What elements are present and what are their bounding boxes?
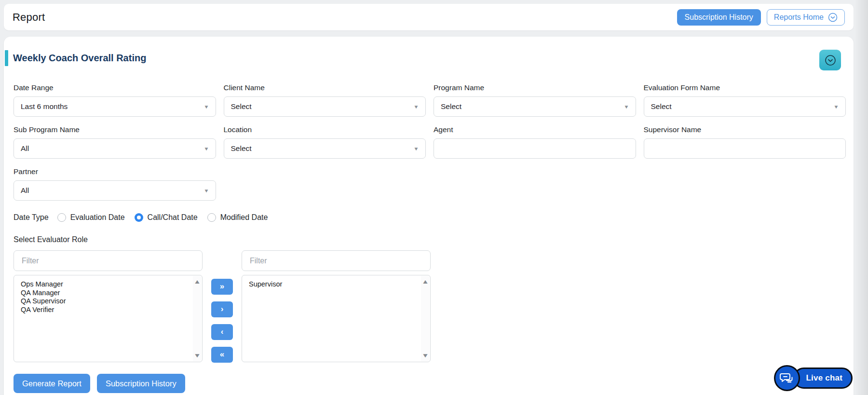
list-item-qa-supervisor[interactable]: QA Supervisor bbox=[21, 297, 190, 306]
collapse-panel-button[interactable] bbox=[819, 50, 841, 70]
caret-down-icon: ▼ bbox=[203, 146, 209, 151]
live-chat-button[interactable]: Live chat bbox=[774, 366, 853, 390]
chat-bubble-icon bbox=[774, 365, 800, 391]
caret-down-icon: ▼ bbox=[624, 104, 629, 109]
radio-label-call-chat-date: Call/Chat Date bbox=[148, 213, 198, 222]
field-location: LocationSelect▼ bbox=[224, 125, 426, 159]
list-item-ops-manager[interactable]: Ops Manager bbox=[21, 280, 190, 289]
listbox-scrollbar[interactable]: ▲▼ bbox=[421, 276, 430, 361]
scroll-up-icon[interactable]: ▲ bbox=[421, 279, 429, 285]
radio-option-modified-date[interactable]: Modified Date bbox=[207, 213, 268, 222]
scroll-up-icon[interactable]: ▲ bbox=[193, 279, 201, 285]
list-item-qa-verifier[interactable]: QA Verifier bbox=[21, 306, 190, 314]
field-agent: Agent bbox=[434, 125, 636, 159]
field-label-partner: Partner bbox=[14, 167, 216, 176]
field-program-name: Program NameSelect▼ bbox=[434, 83, 636, 117]
select-value-program-name: Select bbox=[441, 102, 461, 111]
caret-down-icon: ▼ bbox=[203, 104, 209, 109]
field-supervisor-name: Supervisor Name bbox=[644, 125, 846, 159]
header-actions: Subscription History Reports Home bbox=[677, 9, 845, 26]
list-item-supervisor[interactable]: Supervisor bbox=[249, 280, 418, 289]
move-all-right-button[interactable]: » bbox=[211, 279, 233, 295]
radio-option-evaluation-date[interactable]: Evaluation Date bbox=[57, 213, 125, 222]
input-agent[interactable] bbox=[434, 138, 636, 159]
listbox-scrollbar[interactable]: ▲▼ bbox=[193, 276, 202, 361]
chevron-down-circle-icon bbox=[828, 13, 838, 22]
field-label-program-name: Program Name bbox=[434, 83, 636, 92]
select-value-date-range: Last 6 months bbox=[21, 102, 68, 111]
radio-label-modified-date: Modified Date bbox=[220, 213, 268, 222]
select-date-range[interactable]: Last 6 months▼ bbox=[14, 96, 216, 117]
field-sub-program-name: Sub Program NameAll▼ bbox=[14, 125, 216, 159]
evaluator-role-label: Select Evaluator Role bbox=[14, 235, 843, 244]
filter-grid: Date RangeLast 6 months▼Client NameSelec… bbox=[14, 83, 846, 201]
radio-call-chat-date-checked[interactable] bbox=[135, 213, 143, 222]
panel-title-row: Weekly Coach Overall Rating bbox=[4, 50, 843, 66]
transfer-buttons: »›‹« bbox=[211, 279, 233, 363]
field-label-sub-program-name: Sub Program Name bbox=[14, 125, 216, 134]
field-label-date-range: Date Range bbox=[14, 83, 216, 92]
scroll-down-icon[interactable]: ▼ bbox=[421, 353, 429, 358]
input-supervisor-name[interactable] bbox=[644, 138, 846, 159]
live-chat-label: Live chat bbox=[806, 373, 843, 383]
caret-down-icon: ▼ bbox=[413, 104, 419, 109]
panel-title: Weekly Coach Overall Rating bbox=[13, 53, 146, 64]
caret-down-icon: ▼ bbox=[203, 188, 209, 193]
select-location[interactable]: Select▼ bbox=[224, 138, 426, 159]
selected-roles-column: Supervisor▲▼ bbox=[242, 250, 431, 362]
selected-roles-list[interactable]: Supervisor▲▼ bbox=[242, 275, 431, 362]
radio-label-evaluation-date: Evaluation Date bbox=[70, 213, 125, 222]
field-label-agent: Agent bbox=[434, 125, 636, 134]
select-value-sub-program-name: All bbox=[21, 144, 29, 153]
select-sub-program-name[interactable]: All▼ bbox=[14, 138, 216, 159]
move-left-button[interactable]: ‹ bbox=[211, 324, 233, 340]
date-type-row: Date Type Evaluation DateCall/Chat DateM… bbox=[14, 213, 843, 222]
select-value-partner: All bbox=[21, 186, 29, 195]
reports-home-button[interactable]: Reports Home bbox=[767, 9, 845, 26]
field-label-evaluation-form-name: Evaluation Form Name bbox=[644, 83, 846, 92]
select-value-client-name: Select bbox=[231, 102, 252, 111]
select-client-name[interactable]: Select▼ bbox=[224, 96, 426, 117]
subscription-history-button-top[interactable]: Subscription History bbox=[677, 9, 761, 26]
date-type-label: Date Type bbox=[14, 213, 49, 222]
title-accent-bar bbox=[5, 50, 8, 66]
list-item-qa-manager[interactable]: QA Manager bbox=[21, 289, 190, 298]
field-label-supervisor-name: Supervisor Name bbox=[644, 125, 846, 134]
reports-home-label: Reports Home bbox=[774, 13, 824, 22]
select-value-evaluation-form-name: Select bbox=[651, 102, 672, 111]
subscription-history-button-bottom[interactable]: Subscription History bbox=[97, 374, 185, 393]
select-program-name[interactable]: Select▼ bbox=[434, 96, 636, 117]
select-evaluation-form-name[interactable]: Select▼ bbox=[644, 96, 846, 117]
move-right-button[interactable]: › bbox=[211, 301, 233, 317]
live-chat-pill: Live chat bbox=[793, 368, 853, 389]
actions-row: Generate Report Subscription History bbox=[14, 374, 843, 393]
select-partner[interactable]: All▼ bbox=[14, 180, 216, 201]
generate-report-button[interactable]: Generate Report bbox=[14, 374, 90, 393]
caret-down-icon: ▼ bbox=[833, 104, 839, 109]
field-partner: PartnerAll▼ bbox=[14, 167, 216, 201]
evaluator-role-dual-list: Ops ManagerQA ManagerQA SupervisorQA Ver… bbox=[14, 250, 843, 363]
panel-body: Date RangeLast 6 months▼Client NameSelec… bbox=[4, 83, 843, 393]
available-roles-filter-input[interactable] bbox=[14, 250, 203, 271]
top-header: Report Subscription History Reports Home bbox=[4, 4, 854, 30]
page-title: Report bbox=[13, 11, 45, 24]
scroll-down-icon[interactable]: ▼ bbox=[193, 353, 201, 358]
chevron-down-circle-icon bbox=[824, 54, 837, 67]
move-all-left-button[interactable]: « bbox=[211, 347, 233, 363]
radio-option-call-chat-date[interactable]: Call/Chat Date bbox=[135, 213, 198, 222]
report-filter-panel: Weekly Coach Overall Rating Date RangeLa… bbox=[4, 37, 854, 395]
available-roles-column: Ops ManagerQA ManagerQA SupervisorQA Ver… bbox=[14, 250, 203, 362]
selected-roles-filter-input[interactable] bbox=[242, 250, 431, 271]
radio-modified-date[interactable] bbox=[207, 213, 216, 222]
field-date-range: Date RangeLast 6 months▼ bbox=[14, 83, 216, 117]
caret-down-icon: ▼ bbox=[413, 146, 419, 151]
field-label-location: Location bbox=[224, 125, 426, 134]
page-edge-shadow bbox=[854, 0, 868, 395]
field-client-name: Client NameSelect▼ bbox=[224, 83, 426, 117]
available-roles-list[interactable]: Ops ManagerQA ManagerQA SupervisorQA Ver… bbox=[14, 275, 203, 362]
select-value-location: Select bbox=[231, 144, 252, 153]
field-evaluation-form-name: Evaluation Form NameSelect▼ bbox=[644, 83, 846, 117]
field-label-client-name: Client Name bbox=[224, 83, 426, 92]
radio-evaluation-date[interactable] bbox=[57, 213, 66, 222]
